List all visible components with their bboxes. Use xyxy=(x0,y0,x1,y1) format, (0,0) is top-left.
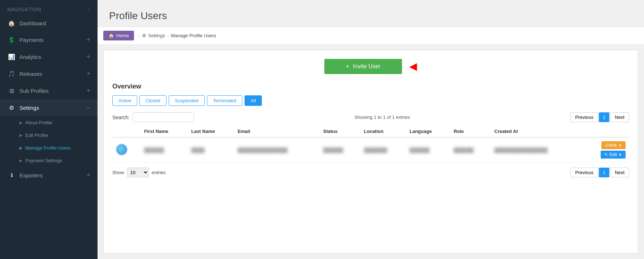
table-header-row: First Name Last Name Email Status Locati… xyxy=(112,126,629,137)
search-left: Search: xyxy=(112,112,194,122)
sidebar-item-sub-profiles[interactable]: ⊞ Sub Profiles + xyxy=(0,82,98,99)
filter-tabs: Active Closed Suspended Terminated All xyxy=(112,95,629,106)
user-created-at: ████████████████ xyxy=(491,137,582,163)
home-icon: 🏠 xyxy=(108,33,114,38)
top-next-button[interactable]: Next xyxy=(610,112,629,122)
invite-plus-icon: + xyxy=(346,63,349,70)
dashboard-icon: 🏠 xyxy=(7,20,16,27)
sidebar-item-releases[interactable]: 🎵 Releases + xyxy=(0,65,98,82)
search-input[interactable] xyxy=(133,112,194,122)
col-actions xyxy=(581,126,629,137)
page-title: Profile Users xyxy=(109,10,632,22)
sidebar-item-payments[interactable]: 💲 Payments + xyxy=(0,31,98,48)
col-email: Email xyxy=(234,126,320,137)
top-pagination: Previous 1 Next xyxy=(570,112,629,122)
sidebar-item-settings[interactable]: ⚙ Settings − xyxy=(0,99,98,116)
top-previous-button[interactable]: Previous xyxy=(570,112,598,122)
nav-collapse-icon[interactable]: − xyxy=(87,7,90,12)
entries-label: entries xyxy=(152,170,166,175)
bottom-previous-button[interactable]: Previous xyxy=(570,168,598,177)
search-row: Search: Showing 1 to 1 of 1 entries Prev… xyxy=(112,112,629,122)
avatar xyxy=(116,144,127,155)
content-area: + Invite User ◀ Overview Active Closed S… xyxy=(103,50,638,253)
filter-tab-closed[interactable]: Closed xyxy=(139,95,166,106)
user-language: ██████ xyxy=(406,137,450,163)
filter-tab-active[interactable]: Active xyxy=(112,95,137,106)
user-first-name: ██████ xyxy=(141,137,188,163)
main-content: Profile Users 🏠 Home › ⚙ Settings › Mana… xyxy=(98,0,644,259)
sidebar-item-dashboard[interactable]: 🏠 Dashboard xyxy=(0,15,98,31)
col-created-at: Created At xyxy=(491,126,582,137)
show-select[interactable]: 10 25 50 100 xyxy=(127,168,149,177)
breadcrumb: 🏠 Home › ⚙ Settings › Manage Profile Use… xyxy=(98,27,644,44)
filter-tab-all[interactable]: All xyxy=(245,95,262,106)
sidebar-sub-item-payment-settings[interactable]: ▶ Payment Settings xyxy=(20,154,98,167)
action-buttons: Unlink ▼ ✎ Edit ▼ xyxy=(585,141,626,159)
breadcrumb-current: Manage Profile Users xyxy=(171,33,216,38)
show-left: Show 10 25 50 100 entries xyxy=(112,168,166,177)
col-role: Role xyxy=(450,126,491,137)
edit-caret-icon: ▼ xyxy=(618,153,622,157)
bottom-page-number: 1 xyxy=(599,168,609,177)
analytics-icon: 📊 xyxy=(7,53,16,60)
breadcrumb-sep-1: › xyxy=(138,33,140,38)
breadcrumb-home[interactable]: 🏠 Home xyxy=(103,31,134,40)
settings-sub-menu: ▶ About Profile ▶ Edit Profile ▶ Manage … xyxy=(0,116,98,167)
col-avatar xyxy=(112,126,141,137)
user-email: ███████████████ xyxy=(234,137,320,163)
sidebar-item-exporters[interactable]: ⬇ Exporters + xyxy=(0,167,98,184)
col-language: Language xyxy=(406,126,450,137)
sub-profiles-icon: ⊞ xyxy=(7,87,16,94)
search-label: Search: xyxy=(112,115,130,120)
settings-collapse-icon[interactable]: − xyxy=(86,104,90,112)
settings-icon: ⚙ xyxy=(7,104,16,111)
settings-gear-icon: ⚙ xyxy=(142,33,146,38)
show-row: Show 10 25 50 100 entries Previous 1 Nex… xyxy=(112,168,629,177)
user-last-name: ████ xyxy=(187,137,234,163)
user-status: ██████ xyxy=(320,137,360,163)
col-first-name: First Name xyxy=(141,126,188,137)
show-label: Show xyxy=(112,170,124,175)
top-page-number: 1 xyxy=(599,112,609,122)
user-role: ██████ xyxy=(450,137,491,163)
user-actions: Unlink ▼ ✎ Edit ▼ xyxy=(581,137,629,163)
edit-button[interactable]: ✎ Edit ▼ xyxy=(601,151,626,159)
analytics-expand-icon[interactable]: + xyxy=(86,53,90,61)
breadcrumb-sep-2: › xyxy=(167,33,169,38)
overview-title: Overview xyxy=(112,83,629,90)
payments-expand-icon[interactable]: + xyxy=(86,36,90,44)
exporters-expand-icon[interactable]: + xyxy=(86,172,90,179)
payment-settings-arrow: ▶ xyxy=(20,159,22,163)
overview-section: Overview Active Closed Suspended Termina… xyxy=(112,83,629,177)
about-profile-arrow: ▶ xyxy=(20,121,22,125)
releases-icon: 🎵 xyxy=(7,70,16,77)
bottom-next-button[interactable]: Next xyxy=(610,168,629,177)
sidebar-sub-item-edit-profile[interactable]: ▶ Edit Profile xyxy=(20,129,98,142)
col-location: Location xyxy=(360,126,406,137)
entries-info: Showing 1 to 1 of 1 entries xyxy=(354,115,410,120)
sidebar-sub-item-manage-profile-users[interactable]: ▶ Manage Profile Users xyxy=(20,142,98,154)
unlink-caret-icon: ▼ xyxy=(618,143,622,147)
sidebar-item-analytics[interactable]: 📊 Analytics + xyxy=(0,48,98,65)
invite-area: + Invite User ◀ xyxy=(112,59,629,74)
col-status: Status xyxy=(320,126,360,137)
filter-tab-terminated[interactable]: Terminated xyxy=(207,95,242,106)
user-location: ███████ xyxy=(360,137,406,163)
exporters-icon: ⬇ xyxy=(7,172,16,179)
user-avatar-cell xyxy=(112,137,141,163)
invite-arrow-annotation: ◀ xyxy=(409,61,417,72)
users-table: First Name Last Name Email Status Locati… xyxy=(112,126,629,163)
sidebar-sub-item-about-profile[interactable]: ▶ About Profile xyxy=(20,116,98,129)
unlink-button[interactable]: Unlink ▼ xyxy=(601,141,626,149)
page-title-area: Profile Users xyxy=(98,0,644,27)
filter-tab-suspended[interactable]: Suspended xyxy=(169,95,205,106)
breadcrumb-settings[interactable]: ⚙ Settings xyxy=(142,33,165,38)
manage-users-arrow: ▶ xyxy=(20,146,22,150)
invite-user-button[interactable]: + Invite User xyxy=(324,59,402,74)
col-last-name: Last Name xyxy=(187,126,234,137)
sub-profiles-expand-icon[interactable]: + xyxy=(86,87,90,95)
edit-pencil-icon: ✎ xyxy=(604,152,608,157)
payments-icon: 💲 xyxy=(7,36,16,43)
releases-expand-icon[interactable]: + xyxy=(86,70,90,78)
nav-label: NAVIGATION − xyxy=(0,0,98,15)
